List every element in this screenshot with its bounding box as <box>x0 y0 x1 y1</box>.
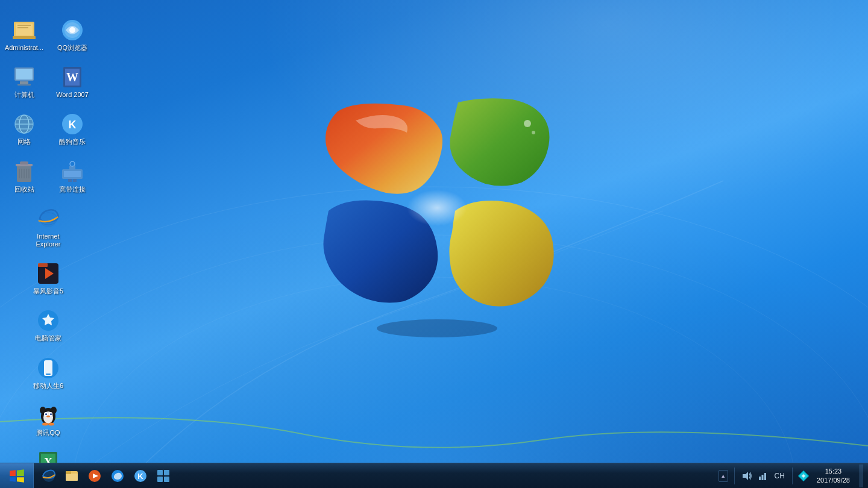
start-button[interactable] <box>0 463 34 489</box>
svg-rect-66 <box>66 471 71 474</box>
icons-row-2: 计算机 W Word 2007 <box>0 59 96 105</box>
icon-word2007[interactable]: W Word 2007 <box>51 61 94 102</box>
taskbar-show-desktop[interactable] <box>153 466 174 486</box>
svg-rect-38 <box>68 179 72 182</box>
word2007-label: Word 2007 <box>56 91 89 99</box>
icon-administrator[interactable]: Administrat... <box>2 14 46 55</box>
icons-row-1: Administrat... QQ浏览器 <box>0 12 96 58</box>
windows-logo <box>307 93 567 364</box>
svg-point-57 <box>46 415 50 417</box>
svg-marker-76 <box>743 472 748 480</box>
svg-point-5 <box>407 190 467 226</box>
icon-ie[interactable]: Internet Explorer <box>27 203 70 252</box>
icon-kuwo-music[interactable]: K 酷狗音乐 <box>51 108 94 149</box>
storm-icon <box>36 261 60 286</box>
svg-rect-48 <box>46 374 51 375</box>
network-icon <box>12 112 36 136</box>
taskbar-ie[interactable] <box>39 466 59 486</box>
svg-rect-20 <box>17 84 31 86</box>
icon-storm-player[interactable]: 暴风影音5 <box>27 258 70 299</box>
svg-rect-72 <box>157 470 163 475</box>
recycle-label: 回收站 <box>14 186 34 193</box>
network-label: 网络 <box>17 138 31 146</box>
qq-browser-icon <box>60 18 84 42</box>
word-icon: W <box>60 65 84 89</box>
administrator-icon <box>12 18 36 42</box>
svg-rect-39 <box>73 179 77 182</box>
svg-text:K: K <box>69 119 77 131</box>
mobile-label: 移动人生6 <box>33 382 63 390</box>
system-tray: ▲ CH <box>714 463 868 489</box>
taskbar-media[interactable] <box>84 466 105 486</box>
svg-rect-75 <box>164 477 169 482</box>
broadband-label: 宽带连接 <box>59 186 86 193</box>
svg-rect-77 <box>759 477 761 480</box>
tray-tencent-icon[interactable] <box>797 470 810 482</box>
icon-computer[interactable]: 计算机 <box>2 61 46 102</box>
tray-time: 15:23 <box>825 467 842 475</box>
icon-network[interactable]: 网络 <box>2 108 46 149</box>
svg-rect-79 <box>764 473 766 480</box>
svg-point-7 <box>532 131 535 134</box>
ie-icon <box>36 207 60 231</box>
computer-label: 计算机 <box>14 91 34 99</box>
svg-rect-12 <box>17 25 31 26</box>
quick-launch-area: K <box>34 463 178 489</box>
qq-browser-label: QQ浏览器 <box>57 44 87 52</box>
svg-rect-65 <box>66 474 78 481</box>
storm-label: 暴风影音5 <box>33 287 63 295</box>
svg-text:K: K <box>137 472 143 481</box>
icon-broadband[interactable]: 宽带连接 <box>51 156 94 197</box>
pcmanager-label: 电脑管家 <box>35 334 61 342</box>
svg-point-59 <box>48 422 54 425</box>
svg-point-37 <box>70 161 75 166</box>
tray-datetime[interactable]: 15:23 2017/09/28 <box>813 467 854 484</box>
svg-point-6 <box>524 120 531 127</box>
mobile-icon <box>36 356 60 380</box>
recycle-icon <box>12 160 36 184</box>
icon-mobile-life[interactable]: 移动人生6 <box>27 352 70 393</box>
tray-date: 2017/09/28 <box>817 476 850 484</box>
svg-rect-44 <box>38 263 48 267</box>
icon-pc-manager[interactable]: 电脑管家 <box>27 305 70 346</box>
kuwo-icon: K <box>60 112 84 136</box>
svg-point-58 <box>42 422 48 425</box>
svg-rect-35 <box>64 171 81 177</box>
svg-point-16 <box>69 27 75 33</box>
show-desktop-button[interactable] <box>860 465 863 487</box>
qq-label: 腾讯QQ <box>36 429 60 437</box>
administrator-label: Administrat... <box>5 44 43 52</box>
icon-qq-browser[interactable]: QQ浏览器 <box>51 14 94 55</box>
icons-row-3: 网络 K 酷狗音乐 <box>0 106 96 152</box>
icon-recycle[interactable]: 回收站 <box>2 156 46 197</box>
icons-row-4: 回收站 宽带连接 <box>0 154 96 199</box>
computer-icon <box>12 65 36 89</box>
icons-row-9: 腾讯QQ <box>0 397 96 443</box>
pcmanager-icon <box>36 308 60 333</box>
tray-volume-icon[interactable] <box>741 470 753 482</box>
qq-icon <box>36 403 60 427</box>
svg-point-8 <box>377 319 497 337</box>
tray-notify-button[interactable]: ▲ <box>719 470 728 482</box>
desktop: Administrat... QQ浏览器 <box>0 0 868 488</box>
svg-rect-74 <box>157 477 163 482</box>
taskbar-explorer[interactable] <box>61 466 82 486</box>
svg-rect-73 <box>164 470 169 475</box>
icons-row-8: 移动人生6 <box>0 350 96 396</box>
start-icon <box>8 468 25 484</box>
svg-point-56 <box>50 413 52 415</box>
kuwo-label: 酷狗音乐 <box>59 138 86 146</box>
taskbar-kuwo[interactable]: K <box>130 466 151 486</box>
tray-language[interactable]: CH <box>772 472 787 480</box>
svg-text:W: W <box>66 70 78 84</box>
taskbar-live[interactable] <box>107 466 128 486</box>
svg-rect-18 <box>16 69 33 80</box>
svg-rect-19 <box>20 81 28 84</box>
icons-row-6: 暴风影音5 <box>0 255 96 301</box>
ie-label: Internet Explorer <box>29 233 68 248</box>
icons-row-5: Internet Explorer <box>0 201 96 254</box>
tray-network-icon[interactable] <box>756 470 769 482</box>
svg-rect-11 <box>13 36 36 39</box>
broadband-icon <box>60 160 84 184</box>
icon-qq[interactable]: 腾讯QQ <box>27 399 70 440</box>
